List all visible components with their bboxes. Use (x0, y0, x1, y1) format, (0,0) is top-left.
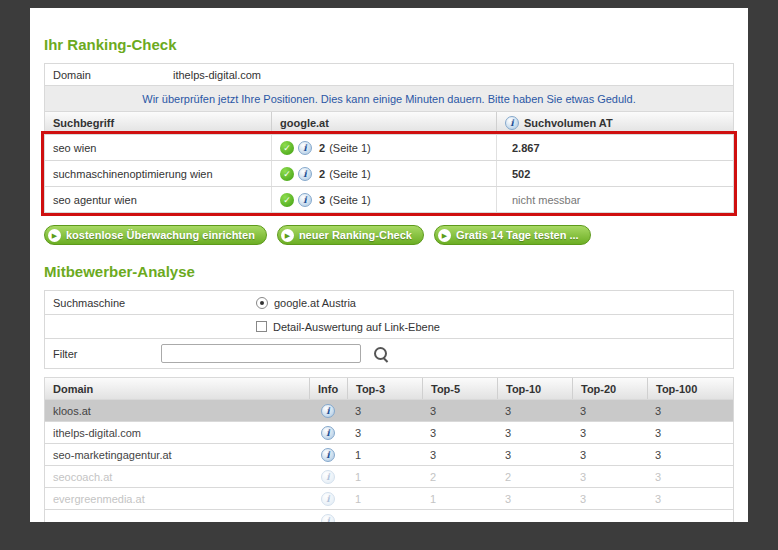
domain-row: Domain ithelps-digital.com (44, 63, 734, 86)
play-icon: ▶ (281, 229, 294, 242)
info-icon[interactable]: i (321, 404, 335, 418)
top20-value: 3 (572, 405, 647, 417)
keyword: suchmaschinenoptimierung wien (45, 161, 271, 186)
col-google-at: google.at (271, 112, 496, 133)
check-icon: ✓ (280, 167, 294, 181)
table-row: evergreenmedia.at i 1 1 3 3 3 (44, 487, 734, 510)
keyword: seo wien (45, 135, 271, 160)
top100-value: 3 (647, 471, 733, 483)
play-icon: ▶ (48, 229, 61, 242)
action-buttons: ▶ kostenlose Überwachung einrichten ▶ ne… (44, 225, 734, 245)
table-row: suchmaschinenoptimierung wien ✓ i 2 (Sei… (44, 160, 734, 187)
col-info: Info (309, 378, 347, 399)
detail-checkbox[interactable] (256, 321, 267, 332)
new-ranking-check-button[interactable]: ▶ neuer Ranking-Check (277, 225, 424, 245)
setup-monitoring-button[interactable]: ▶ kostenlose Überwachung einrichten (44, 225, 267, 245)
info-icon[interactable]: i (321, 492, 335, 506)
play-icon: ▶ (438, 229, 451, 242)
col-top20: Top-20 (572, 378, 647, 399)
info-icon[interactable]: i (298, 141, 312, 155)
free-trial-label: Gratis 14 Tage testen ... (456, 229, 579, 241)
competitor-domain: kloos.at (45, 405, 309, 417)
top5-value: 3 (422, 427, 497, 439)
info-icon[interactable]: i (321, 514, 335, 523)
table-row: ithelps-digital.com i 3 3 3 3 3 (44, 421, 734, 444)
top3-value: 1 (347, 471, 422, 483)
detail-option-row: Detail-Auswertung auf Link-Ebene (44, 314, 734, 339)
top10-value: 3 (497, 405, 572, 417)
ranking-check-section: Domain ithelps-digital.com Wir überprüfe… (44, 63, 734, 245)
competitor-analysis-section: Suchmaschine google.at Austria Detail-Au… (44, 290, 734, 522)
setup-monitoring-label: kostenlose Überwachung einrichten (66, 229, 255, 241)
highlighted-results-box: seo wien ✓ i 2 (Seite 1) 2.867 suchmasch… (44, 134, 734, 213)
top3-value: 1 (347, 493, 422, 505)
competitor-analysis-title: Mitbewerber-Analyse (44, 263, 734, 280)
top3-value: 1 (347, 449, 422, 461)
domain-value: ithelps-digital.com (171, 69, 733, 81)
col-top10: Top-10 (497, 378, 572, 399)
top5-value: 3 (422, 405, 497, 417)
filter-input[interactable] (161, 344, 361, 363)
table-row: seocoach.at i 1 2 2 3 3 (44, 465, 734, 488)
top100-value: 3 (647, 449, 733, 461)
domain-label: Domain (45, 69, 171, 81)
top10-value: 2 (497, 471, 572, 483)
free-trial-button[interactable]: ▶ Gratis 14 Tage testen ... (434, 225, 591, 245)
competitor-table: Domain Info Top-3 Top-5 Top-10 Top-20 To… (44, 377, 734, 522)
top100-value: 3 (647, 427, 733, 439)
position-suffix: (Seite 1) (329, 142, 371, 154)
col-top100: Top-100 (647, 378, 733, 399)
col-domain: Domain (45, 378, 309, 399)
table-row: seo wien ✓ i 2 (Seite 1) 2.867 (44, 134, 734, 161)
info-icon[interactable]: i (505, 116, 519, 130)
top3-value: 3 (347, 405, 422, 417)
top100-value: 3 (647, 493, 733, 505)
top20-value: 3 (572, 493, 647, 505)
col-suchvolumen: i Suchvolumen AT (496, 112, 733, 133)
search-engine-label: Suchmaschine (45, 297, 161, 309)
new-ranking-check-label: neuer Ranking-Check (299, 229, 412, 241)
table-row: i (44, 509, 734, 522)
search-volume: 2.867 (496, 135, 733, 160)
info-icon[interactable]: i (298, 167, 312, 181)
top5-value: 2 (422, 471, 497, 483)
info-icon[interactable]: i (321, 426, 335, 440)
search-volume: nicht messbar (496, 187, 733, 212)
content-page: Ihr Ranking-Check Domain ithelps-digital… (30, 8, 748, 522)
competitor-domain: ithelps-digital.com (45, 427, 309, 439)
competitor-table-header: Domain Info Top-3 Top-5 Top-10 Top-20 To… (44, 377, 734, 400)
col-top3: Top-3 (347, 378, 422, 399)
filter-label: Filter (45, 348, 161, 360)
top3-value: 3 (347, 427, 422, 439)
info-icon[interactable]: i (321, 448, 335, 462)
position-value: 3 (319, 194, 325, 206)
top20-value: 3 (572, 471, 647, 483)
position-cell: ✓ i 2 (Seite 1) (271, 161, 496, 186)
competitor-domain: seocoach.at (45, 471, 309, 483)
ranking-table-header: Suchbegriff google.at i Suchvolumen AT (44, 111, 734, 134)
position-cell: ✓ i 3 (Seite 1) (271, 187, 496, 212)
position-suffix: (Seite 1) (329, 168, 371, 180)
competitor-domain: seo-marketingagentur.at (45, 449, 309, 461)
position-suffix: (Seite 1) (329, 194, 371, 206)
col-top5: Top-5 (422, 378, 497, 399)
info-icon[interactable]: i (321, 470, 335, 484)
table-row: seo agentur wien ✓ i 3 (Seite 1) nicht m… (44, 186, 734, 213)
search-icon[interactable] (373, 346, 388, 361)
keyword: seo agentur wien (45, 187, 271, 212)
status-message: Wir überprüfen jetzt Ihre Positionen. Di… (44, 85, 734, 112)
search-volume: 502 (496, 161, 733, 186)
top100-value: 3 (647, 405, 733, 417)
col-suchbegriff: Suchbegriff (45, 112, 271, 133)
competitor-domain: evergreenmedia.at (45, 493, 309, 505)
info-icon[interactable]: i (298, 193, 312, 207)
position-cell: ✓ i 2 (Seite 1) (271, 135, 496, 160)
table-row: kloos.at i 3 3 3 3 3 (44, 399, 734, 422)
check-icon: ✓ (280, 193, 294, 207)
check-icon: ✓ (280, 141, 294, 155)
google-at-radio-label: google.at Austria (274, 297, 356, 309)
top20-value: 3 (572, 449, 647, 461)
search-engine-row: Suchmaschine google.at Austria (44, 290, 734, 315)
google-at-radio[interactable] (256, 297, 268, 309)
position-value: 2 (319, 142, 325, 154)
